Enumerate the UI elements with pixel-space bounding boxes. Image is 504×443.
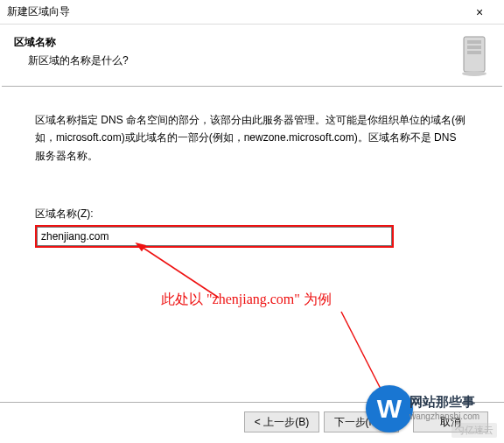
description-text: 区域名称指定 DNS 命名空间的部分，该部分由此服务器管理。这可能是你组织单位的… [35, 111, 469, 165]
watermark-logo-letter: W [377, 394, 402, 424]
svg-point-4 [462, 71, 486, 76]
watermark-domain: wangzhanshi.com [410, 411, 480, 421]
watermark-brand: 网站那些事 [410, 394, 475, 411]
annotation-text: 此处以 "zhenjiang.com" 为例 [161, 291, 332, 309]
window-title: 新建区域向导 [7, 4, 462, 19]
wizard-content: 区域名称指定 DNS 命名空间的部分，该部分由此服务器管理。这可能是你组织单位的… [0, 87, 504, 257]
zone-name-highlight [35, 225, 394, 248]
svg-rect-1 [467, 40, 481, 44]
zone-name-input[interactable] [37, 227, 392, 246]
wizard-header: 区域名称 新区域的名称是什么? [0, 25, 504, 86]
back-button[interactable]: < 上一步(B) [244, 411, 319, 432]
watermark-corner: 匀亿速云 [452, 423, 497, 438]
close-icon: × [476, 5, 483, 19]
title-bar: 新建区域向导 × [0, 0, 504, 25]
svg-rect-2 [467, 46, 481, 49]
header-title: 区域名称 [14, 35, 452, 50]
header-subtitle: 新区域的名称是什么? [14, 53, 452, 68]
zone-name-label: 区域名称(Z): [35, 207, 469, 222]
svg-line-6 [341, 312, 382, 390]
watermark-logo: W [366, 385, 413, 432]
close-button[interactable]: × [462, 2, 497, 23]
svg-rect-3 [467, 51, 481, 54]
server-icon [458, 35, 490, 77]
